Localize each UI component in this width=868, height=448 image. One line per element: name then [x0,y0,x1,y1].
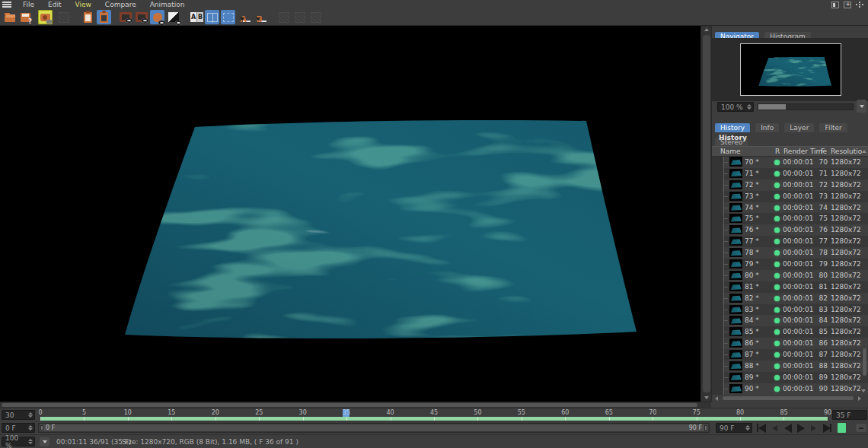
set-as-image-a-icon[interactable] [239,10,254,24]
show-image-b-icon[interactable] [134,10,148,24]
previous-frame-button[interactable] [768,422,781,434]
ab-compare-icon[interactable] [189,10,203,24]
column-frame[interactable]: F [821,148,825,155]
history-horizontal-scrollbar[interactable] [712,396,868,402]
collapse-button[interactable] [856,424,866,432]
history-row[interactable]: 78 * 00:00:01 78 1280x72 [712,247,868,259]
show-image-a-icon[interactable] [118,10,132,24]
range-left-grip[interactable] [40,425,43,431]
history-row[interactable]: 74 * 00:00:01 74 1280x72 [712,202,868,214]
viewport-zoom-input[interactable]: 100 % [2,437,35,446]
viewport-horizontal-scrollbar[interactable] [0,402,711,408]
frame-number: 85 [812,328,828,335]
history-row[interactable]: 71 * 00:00:01 71 1280x72 [712,168,868,180]
link-views-icon[interactable] [292,10,307,24]
history-row[interactable]: 75 * 00:00:01 75 1280x72 [712,213,868,224]
column-resolution[interactable]: Resolutio [831,148,862,155]
next-frame-button[interactable] [807,422,820,434]
zoom-input[interactable]: 100 % [717,102,754,112]
history-row[interactable]: 90 * 00:00:01 90 1280x72 [712,383,868,395]
window-menu-icon[interactable] [2,2,11,8]
range-end-spinner[interactable] [745,424,751,432]
compare-overlay-icon[interactable] [221,10,235,24]
tab-history[interactable]: History [715,123,750,132]
scroll-left-icon[interactable] [715,396,718,401]
zoom-slider-thumb[interactable] [758,104,786,110]
timeline-left-input[interactable]: 30 [2,410,35,420]
reset-compare-icon[interactable] [308,10,323,24]
move-panel-icon[interactable] [856,2,863,8]
new-panel-icon[interactable] [844,2,851,8]
menu-item[interactable]: View [69,1,98,8]
range-slider[interactable]: 0 F 90 F [38,423,710,433]
current-frame-input[interactable]: 35 F [832,410,867,420]
history-row[interactable]: 86 * 00:00:01 86 1280x72 [712,338,868,349]
tree-branch-icon [723,247,729,259]
menu-item[interactable]: Animation [143,1,192,8]
show-alpha-icon[interactable] [150,10,164,24]
frame-resolution: 1280x72 [831,351,861,358]
viewport-zoom-spinner[interactable] [27,437,34,446]
range-slider-thumb[interactable]: 0 F 90 F [40,424,708,431]
render-viewport[interactable] [0,26,700,402]
history-table-header[interactable]: Name R Render Time F Resolutio [712,146,868,157]
zoom-spinner[interactable] [746,103,752,111]
history-row[interactable]: 80 * 00:00:01 80 1280x72 [712,270,868,281]
picture-viewer-icon[interactable] [38,10,53,24]
history-row[interactable]: 81 * 00:00:01 81 1280x72 [712,281,868,293]
history-row[interactable]: 87 * 00:00:01 87 1280x72 [712,349,868,361]
scroll-down-icon[interactable] [704,396,709,399]
column-render-status[interactable]: R [775,148,780,155]
range-start-input[interactable]: 0 F [2,423,35,433]
history-scroll-down-icon[interactable] [861,389,866,392]
timeline-ruler[interactable]: 051015202530354045505560657075808590 [40,408,828,422]
menu-item[interactable]: Edit [41,1,68,8]
render-time: 00:00:01 [783,283,813,291]
zoom-slider[interactable] [758,103,854,110]
open-image-icon[interactable] [2,10,17,24]
history-row[interactable]: 85 * 00:00:01 85 1280x72 [712,326,868,338]
history-row[interactable]: 82 * 00:00:01 82 1280x72 [712,293,868,304]
viewport-vertical-scrollbar[interactable] [700,26,711,402]
column-name[interactable]: Name [720,148,741,155]
history-row[interactable]: 72 * 00:00:01 72 1280x72 [712,180,868,191]
history-scroll-up-icon[interactable] [862,150,866,153]
history-row[interactable]: 88 * 00:00:01 88 1280x72 [712,361,868,372]
show-black-white-icon[interactable] [166,10,180,24]
layout-panel-icon[interactable] [831,2,839,8]
history-row[interactable]: 89 * 00:00:01 89 1280x72 [712,372,868,383]
range-end-input[interactable]: 90 F [716,423,752,433]
save-image-icon[interactable] [18,10,33,24]
tab-filter[interactable]: Filter [819,123,847,132]
zoom-options-dropdown[interactable] [40,437,49,446]
history-vertical-scrollbar[interactable] [863,157,867,395]
navigator-thumbnail[interactable] [740,43,841,96]
menu-item[interactable]: Compare [98,1,143,8]
navigator-options-dropdown[interactable] [857,100,866,113]
play-forward-button[interactable] [794,422,807,434]
goto-end-button[interactable] [820,422,833,434]
history-row[interactable]: 77 * 00:00:01 77 1280x72 [712,236,868,247]
range-start-spinner[interactable] [27,424,34,432]
history-row[interactable]: 79 * 00:00:01 79 1280x72 [712,259,868,270]
scroll-right-icon[interactable] [858,396,861,401]
tab-layer[interactable]: Layer [784,123,814,132]
range-right-grip[interactable] [704,425,707,431]
scroll-up-icon[interactable] [704,28,709,31]
copy-image-icon[interactable] [81,10,95,24]
history-row[interactable]: 83 * 00:00:01 83 1280x72 [712,304,868,316]
history-row[interactable]: 84 * 00:00:01 84 1280x72 [712,315,868,326]
paste-image-icon[interactable] [97,10,111,24]
timeline-left-spinner[interactable] [27,411,34,419]
menu-item[interactable]: File [16,1,41,8]
compare-split-icon[interactable] [205,10,219,24]
goto-start-button[interactable] [755,422,768,434]
texture-manager-icon[interactable] [56,10,71,24]
history-row[interactable]: 76 * 00:00:01 76 1280x72 [712,224,868,236]
stop-button[interactable] [838,423,846,433]
set-as-image-b-icon[interactable] [255,10,270,24]
tab-info[interactable]: Info [755,123,779,132]
play-backward-button[interactable] [781,422,794,434]
history-row[interactable]: 73 * 00:00:01 73 1280x72 [712,191,868,202]
swap-images-icon[interactable] [276,10,291,24]
